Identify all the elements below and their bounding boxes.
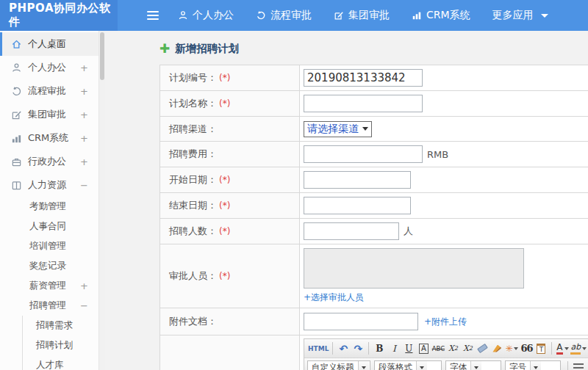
required-mark: (*) xyxy=(219,73,230,83)
undo-arrow-icon xyxy=(10,85,22,97)
sidebar-item-desktop[interactable]: 个人桌面 xyxy=(0,32,98,56)
main-content: ✚ 新增招聘计划 计划编号： (*) 计划名称： (*) xyxy=(105,31,588,370)
form-row-channel: 招聘渠道： 请选择渠道 xyxy=(160,117,588,142)
form-row-plan-number: 计划编号： (*) xyxy=(160,65,588,91)
sidebar-item-talent-pool[interactable]: 人才库 xyxy=(23,355,98,370)
form-row-start-date: 开始日期： (*) xyxy=(160,167,588,193)
expand-plus[interactable]: + xyxy=(80,156,88,167)
field-label: 附件文档： xyxy=(169,315,217,328)
user-icon xyxy=(10,62,22,73)
expand-plus[interactable]: + xyxy=(80,280,88,291)
redo-button[interactable]: ↷ xyxy=(351,341,365,356)
html-source-button[interactable]: HTML xyxy=(308,341,329,356)
form-row-plan-name: 计划名称： (*) xyxy=(160,91,588,117)
nav-crm-system[interactable]: CRM系统 xyxy=(412,9,470,22)
required-mark: (*) xyxy=(219,98,230,109)
channel-select[interactable]: 请选择渠道 xyxy=(304,121,372,137)
heading-select[interactable]: 自定义标题 xyxy=(307,360,370,370)
cost-input[interactable] xyxy=(304,145,423,163)
font-size-select[interactable]: 字号 xyxy=(505,360,561,370)
chevron-down-icon xyxy=(514,347,518,350)
chevron-down-icon xyxy=(541,14,548,18)
select-arrow-icon xyxy=(358,361,369,370)
recruit-plan-form: 计划编号： (*) 计划名称： (*) 招聘渠道： xyxy=(159,65,588,370)
required-mark: (*) xyxy=(219,175,230,185)
eraser-button[interactable] xyxy=(476,341,489,356)
sidebar: 个人桌面 个人办公 + 流程审批 + 集团审批 + xyxy=(0,31,99,370)
expand-plus[interactable]: + xyxy=(80,86,88,97)
select-arrow-icon xyxy=(530,361,541,370)
expand-plus[interactable]: + xyxy=(80,109,88,120)
font-family-select[interactable]: 字体 xyxy=(445,360,501,370)
field-label: 招聘人数： xyxy=(169,225,217,238)
expand-plus[interactable]: + xyxy=(80,133,88,144)
required-mark: (*) xyxy=(219,226,230,236)
plan-number-input[interactable] xyxy=(304,69,423,87)
nav-workflow-approval[interactable]: 流程审批 xyxy=(256,9,312,22)
sidebar-scrollbar[interactable] xyxy=(99,31,105,370)
underline-button[interactable]: U xyxy=(402,341,415,356)
superscript-button[interactable]: X2 xyxy=(446,341,459,356)
currency-suffix: RMB xyxy=(427,149,448,160)
highlight-color-button[interactable]: ab xyxy=(570,341,587,356)
sidebar-item-salary[interactable]: 薪资管理 + xyxy=(0,276,98,296)
paragraph-format-select[interactable]: 段落格式 xyxy=(374,360,442,370)
sidebar-item-training[interactable]: 培训管理 xyxy=(0,236,98,256)
sidebar-item-crm[interactable]: CRM系统 + xyxy=(0,126,98,150)
form-row-approvers: 审批人员： (*) +选择审批人员 xyxy=(160,244,588,308)
sidebar-item-hr[interactable]: 人力资源 − xyxy=(0,173,98,197)
end-date-input[interactable] xyxy=(304,197,411,214)
form-row-cost: 招聘费用： RMB xyxy=(160,142,588,167)
sidebar-item-group-approval[interactable]: 集团审批 + xyxy=(0,103,98,126)
subscript-button[interactable]: X2 xyxy=(461,341,474,356)
align-left-button[interactable] xyxy=(572,360,585,370)
collapse-minus[interactable]: − xyxy=(80,300,88,311)
start-date-input[interactable] xyxy=(304,171,411,189)
sidebar-item-recruit-plan[interactable]: 招聘计划 xyxy=(23,335,98,355)
undo-button[interactable]: ↶ xyxy=(337,341,350,356)
italic-button[interactable]: I xyxy=(387,341,401,356)
field-label: 招聘渠道： xyxy=(169,123,217,136)
chevron-down-icon xyxy=(564,347,569,350)
hamburger-menu-icon[interactable] xyxy=(147,11,159,20)
field-label: 招聘费用： xyxy=(169,148,217,161)
paste-button[interactable]: T xyxy=(534,341,548,356)
align-left-icon xyxy=(573,363,584,370)
sidebar-item-recruit-mgmt[interactable]: 招聘管理 − xyxy=(0,296,98,316)
upload-attachment-link[interactable]: +附件上传 xyxy=(424,316,467,328)
scrollbar-thumb[interactable] xyxy=(100,32,104,80)
field-label: 结束日期： xyxy=(169,199,217,212)
headcount-input[interactable] xyxy=(304,222,399,240)
sidebar-item-attendance[interactable]: 考勤管理 xyxy=(0,197,98,217)
expand-plus[interactable]: + xyxy=(80,62,88,73)
field-label: 计划编号： xyxy=(169,71,217,84)
sidebar-item-personal-office[interactable]: 个人办公 + xyxy=(0,56,98,79)
eraser-icon xyxy=(477,344,488,353)
sidebar-item-recruit-demand[interactable]: 招聘需求 xyxy=(23,316,98,335)
nav-personal-office[interactable]: 个人办公 xyxy=(178,9,234,22)
nav-group-approval[interactable]: 集团审批 xyxy=(334,9,390,22)
blockquote-button[interactable]: 66 xyxy=(520,341,533,356)
auto-typeset-button[interactable]: ✳ xyxy=(505,341,518,356)
nav-more-apps[interactable]: 更多应用 xyxy=(492,9,548,22)
bold-button[interactable]: B xyxy=(373,341,386,356)
editor-toolbar-row2: 自定义标题 段落格式 字体 xyxy=(304,358,588,370)
collapse-minus[interactable]: − xyxy=(80,180,88,191)
form-row-headcount: 招聘人数： (*) 人 xyxy=(160,219,588,244)
font-color-button[interactable]: A xyxy=(556,341,569,356)
strikethrough-button[interactable]: ABC xyxy=(431,341,445,356)
attachment-input[interactable] xyxy=(304,313,418,330)
plan-name-input[interactable] xyxy=(304,95,423,112)
sidebar-item-hr-contract[interactable]: 人事合同 xyxy=(0,217,98,236)
home-icon xyxy=(10,38,22,50)
sidebar-item-workflow-approval[interactable]: 流程审批 + xyxy=(0,79,98,103)
format-painter-button[interactable] xyxy=(490,341,503,356)
top-bar: PHPOA协同办公软件 个人办公 流程审批 集团审批 CRM系统 xyxy=(0,0,588,31)
select-approvers-link[interactable]: +选择审批人员 xyxy=(304,291,364,304)
approvers-textarea[interactable] xyxy=(304,248,524,289)
required-mark: (*) xyxy=(219,200,230,211)
field-label: 审批人员： xyxy=(169,269,217,283)
font-name-button[interactable]: A xyxy=(417,341,430,356)
sidebar-item-admin-office[interactable]: 行政办公 + xyxy=(0,150,98,173)
sidebar-item-rewards[interactable]: 奖惩记录 xyxy=(0,256,98,276)
